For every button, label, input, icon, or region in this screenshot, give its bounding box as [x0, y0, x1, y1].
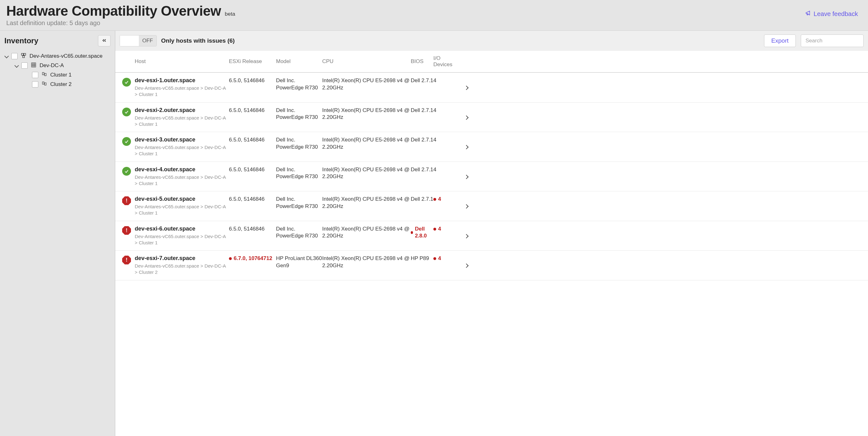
host-breadcrumb: Dev-Antares-vC65.outer.space > Dev-DC-A …: [135, 85, 229, 98]
col-cpu: CPU: [322, 58, 411, 65]
tree-cluster-row[interactable]: Cluster 2: [4, 80, 115, 89]
model-cell: Dell Inc. PowerEdge R730: [276, 77, 322, 92]
esxi-cell: 6.5.0, 5146846: [229, 136, 276, 144]
toggle-off-half: OFF: [139, 35, 156, 46]
tree-datacenter-row[interactable]: Dev-DC-A: [4, 61, 115, 70]
tree-cluster-row[interactable]: Cluster 1: [4, 70, 115, 80]
bios-cell: Dell 2.7.1: [411, 107, 433, 114]
table-row[interactable]: ! dev-esxi-7.outer.space Dev-Antares-vC6…: [115, 250, 868, 280]
model-cell: Dell Inc. PowerEdge R730: [276, 226, 322, 240]
page-title: Hardware Compatibility Overview: [6, 3, 221, 19]
chevron-down-icon[interactable]: [4, 54, 9, 58]
col-host: Host: [135, 58, 229, 65]
tree-checkbox[interactable]: [11, 53, 18, 59]
host-name: dev-esxi-7.outer.space: [135, 255, 229, 262]
esxi-cell: 6.5.0, 5146846: [229, 166, 276, 173]
sidebar: Inventory Dev-Antares-vC65.outer.space: [0, 31, 115, 436]
bios-cell: Dell 2.7.1: [411, 166, 433, 173]
io-cell: 4: [433, 166, 460, 173]
beta-badge: beta: [225, 11, 235, 17]
table-row[interactable]: dev-esxi-3.outer.space Dev-Antares-vC65.…: [115, 132, 868, 162]
tree-cluster-label: Cluster 1: [50, 72, 71, 78]
status-ok-icon: [122, 137, 131, 146]
tree-vcenter-label: Dev-Antares-vC65.outer.space: [30, 53, 102, 59]
svg-rect-0: [21, 53, 23, 55]
vcenter-icon: [20, 53, 27, 60]
toolbar: OFF Only hosts with issues (6) Export: [115, 31, 868, 51]
expand-row-chevron[interactable]: [460, 166, 473, 180]
expand-row-chevron[interactable]: [460, 77, 473, 91]
table-row[interactable]: ! dev-esxi-5.outer.space Dev-Antares-vC6…: [115, 191, 868, 221]
table-header: Host ESXi Release Model CPU BIOS I/O Dev…: [115, 51, 868, 73]
io-cell: 4: [433, 136, 460, 144]
cpu-cell: Intel(R) Xeon(R) CPU E5-2698 v4 @ 2.20GH…: [322, 136, 411, 151]
bios-cell: Dell 2.7.1: [411, 196, 433, 203]
svg-rect-8: [42, 72, 44, 75]
host-name: dev-esxi-5.outer.space: [135, 196, 229, 202]
inventory-tree: Dev-Antares-vC65.outer.space Dev-DC-A Cl…: [4, 52, 115, 89]
status-ok-icon: [122, 108, 131, 116]
expand-row-chevron[interactable]: [460, 107, 473, 121]
expand-row-chevron[interactable]: [460, 136, 473, 150]
col-io: I/O Devices: [433, 55, 460, 68]
cluster-icon: [41, 81, 48, 88]
table-row[interactable]: dev-esxi-2.outer.space Dev-Antares-vC65.…: [115, 103, 868, 132]
cpu-cell: Intel(R) Xeon(R) CPU E5-2698 v4 @ 2.20GH…: [322, 166, 411, 181]
sidebar-header: Inventory: [4, 35, 115, 46]
export-button[interactable]: Export: [764, 34, 796, 47]
status-cell: !: [118, 196, 135, 205]
chevron-right-icon: [465, 233, 468, 239]
io-cell: 4: [433, 255, 460, 262]
cpu-cell: Intel(R) Xeon(R) CPU E5-2698 v4 @ 2.20GH…: [322, 226, 411, 240]
issues-filter-label: Only hosts with issues (6): [161, 37, 235, 44]
status-cell: [118, 107, 135, 116]
tree-checkbox[interactable]: [32, 72, 38, 78]
chevron-right-icon: [465, 263, 468, 269]
esxi-cell: 6.5.0, 5146846: [229, 226, 276, 233]
tree-vcenter-row[interactable]: Dev-Antares-vC65.outer.space: [4, 52, 115, 61]
table-row[interactable]: ! dev-esxi-6.outer.space Dev-Antares-vC6…: [115, 221, 868, 251]
io-cell: 4: [433, 196, 460, 203]
chevron-right-icon: [465, 144, 468, 150]
col-esxi: ESXi Release: [229, 58, 276, 65]
tree-checkbox[interactable]: [32, 81, 38, 88]
host-cell: dev-esxi-1.outer.space Dev-Antares-vC65.…: [135, 77, 229, 98]
io-cell: 4: [433, 226, 460, 233]
chevron-right-icon: [465, 203, 468, 209]
status-cell: [118, 136, 135, 146]
cluster-icon: [41, 71, 48, 79]
chevron-right-icon: [465, 85, 468, 91]
status-ok-icon: [122, 167, 131, 176]
cpu-cell: Intel(R) Xeon(R) CPU E5-2698 v4 @ 2.20GH…: [322, 196, 411, 210]
table-row[interactable]: dev-esxi-4.outer.space Dev-Antares-vC65.…: [115, 162, 868, 192]
host-breadcrumb: Dev-Antares-vC65.outer.space > Dev-DC-A …: [135, 174, 229, 187]
io-cell: 4: [433, 107, 460, 114]
issues-toggle[interactable]: OFF: [120, 35, 157, 46]
host-cell: dev-esxi-2.outer.space Dev-Antares-vC65.…: [135, 107, 229, 128]
model-cell: Dell Inc. PowerEdge R730: [276, 107, 322, 122]
tree-checkbox[interactable]: [21, 62, 28, 69]
table-row[interactable]: dev-esxi-1.outer.space Dev-Antares-vC65.…: [115, 73, 868, 103]
expand-row-chevron[interactable]: [460, 226, 473, 239]
issues-filter-group: OFF Only hosts with issues (6): [120, 35, 759, 46]
svg-rect-3: [31, 63, 36, 67]
host-name: dev-esxi-2.outer.space: [135, 107, 229, 113]
cpu-cell: Intel(R) Xeon(R) CPU E5-2698 v4 @ 2.20GH…: [322, 107, 411, 122]
host-breadcrumb: Dev-Antares-vC65.outer.space > Dev-DC-A …: [135, 263, 229, 276]
host-cell: dev-esxi-3.outer.space Dev-Antares-vC65.…: [135, 136, 229, 157]
host-breadcrumb: Dev-Antares-vC65.outer.space > Dev-DC-A …: [135, 144, 229, 157]
host-breadcrumb: Dev-Antares-vC65.outer.space > Dev-DC-A …: [135, 233, 229, 246]
expand-row-chevron[interactable]: [460, 196, 473, 209]
collapse-sidebar-button[interactable]: [98, 35, 111, 46]
search-input[interactable]: [801, 34, 864, 47]
expand-row-chevron[interactable]: [460, 255, 473, 269]
double-chevron-left-icon: [101, 38, 107, 44]
host-name: dev-esxi-4.outer.space: [135, 166, 229, 173]
svg-rect-10: [42, 82, 44, 85]
chevron-down-icon[interactable]: [14, 63, 19, 68]
leave-feedback-link[interactable]: Leave feedback: [805, 10, 858, 18]
bios-cell: Dell 2.7.1: [411, 77, 433, 85]
esxi-cell: 6.5.0, 5146846: [229, 196, 276, 203]
main-panel: OFF Only hosts with issues (6) Export Ho…: [115, 31, 868, 436]
esxi-cell: 6.7.0, 10764712: [229, 255, 276, 262]
